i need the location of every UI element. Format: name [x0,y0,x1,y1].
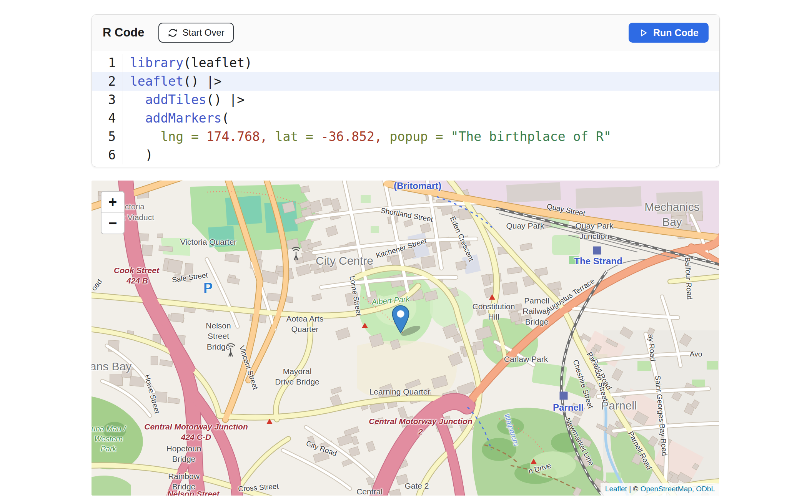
map-label: 2 [418,426,423,437]
map-label: City Road [305,439,338,459]
odbl-link[interactable]: ODbL [696,485,715,493]
map-label: Rainbow Bridge [168,471,200,492]
map-label: City Centre [316,253,373,268]
map-label: Vincent Street [237,345,260,391]
panel-title: R Code [103,26,145,40]
map-label: Lorne Street [347,275,363,316]
map-label: Nelson Street [167,489,219,496]
code-text: addMarkers( [123,109,229,128]
map-label: Hopetoun Bridge [166,443,201,464]
map-label: Falcon Street [589,358,610,403]
map-label: Quay Park Junction [575,220,613,242]
play-triangle-outline-icon [639,28,648,38]
map-label: ay Road [646,334,658,362]
peak-triangle-icon [531,459,537,464]
map-label: Parnell Road [626,430,654,472]
code-line[interactable]: 6 ) [92,146,719,164]
code-line[interactable]: 4 addMarkers( [92,109,719,128]
map-label: una Mau / Western Park [92,424,125,454]
line-number: 6 [92,146,123,164]
run-code-button[interactable]: Run Code [629,23,709,43]
zoom-in-button[interactable]: + [102,192,124,212]
panel-header: R Code Start Over Run Code [92,15,719,51]
code-text: library(leaflet) [123,54,252,72]
code-line[interactable]: 5 lng = 174.768, lat = -36.852, popup = … [92,128,719,146]
railway-station-icon [593,247,601,255]
map-label: Carlaw Park [504,354,548,364]
code-text: leaflet() |> [123,72,221,91]
map-label: Avo [690,350,702,359]
line-number: 3 [92,91,123,109]
map-label: Sale Street [171,270,209,285]
railway-station-icon [560,392,568,400]
map-label: The Strand [574,255,622,267]
code-text: lng = 174.768, lat = -36.852, popup = "T… [123,128,611,146]
map-label: oad [92,277,104,293]
peak-triangle-icon [362,323,368,328]
map-label: Aotea Arts Quarter [286,313,324,335]
code-line[interactable]: 3 addTiles() |> [92,91,719,109]
line-number: 4 [92,109,123,128]
code-line[interactable]: 2leaflet() |> [92,72,719,91]
map-label: Parnell Road [584,350,614,391]
map-label: Cook Street [114,265,159,275]
map-label: Cheshire Street [571,358,595,410]
map-label: Mayoral Drive Bridge [275,366,319,387]
code-editor[interactable]: 1library(leaflet)2leaflet() |>3 addTiles… [92,51,719,164]
attribution-separator: | © [627,485,641,493]
refresh-circular-arrows-icon [168,28,178,38]
map-label: Augustus Terrace [544,276,596,315]
map-label: k Viaduct [121,212,154,222]
map-label: Central Motorway Junction [369,416,473,426]
line-number: 5 [92,128,123,146]
parking-icon: P [203,280,213,296]
map-label: 424 B [126,275,148,286]
run-code-label: Run Code [653,27,699,38]
leaflet-map[interactable]: Waitematā(Britomart)Shortland StreetKitc… [92,181,719,496]
map-label: Saint Georges Bay Road [653,375,669,456]
zoom-out-button[interactable]: − [102,212,124,234]
map-label: Central Motorway Junction [144,421,248,432]
line-number: 2 [92,72,123,91]
map-label: Parnell [601,398,637,413]
map-label: Quay Street [546,202,586,219]
code-text: addTiles() |> [123,91,245,109]
start-over-label: Start Over [183,27,225,38]
map-label: Nelson Street Bridge [206,320,231,352]
map-label: ictoria [123,201,145,212]
map-label: Waiparuru [502,413,521,448]
map-label: Cross Street [238,482,279,494]
r-code-panel: R Code Start Over Run Code [92,14,720,167]
map-label: Mechanics Bay [644,199,699,229]
map-label: Howe Street [142,373,162,414]
map-label: Kitchener Street [375,236,428,260]
map-label: Central [356,486,383,496]
start-over-button[interactable]: Start Over [158,23,234,43]
zoom-control: + − [101,191,125,234]
map-label: Eden Crescent [448,215,476,263]
code-text: ) [123,146,153,164]
peak-triangle-icon [489,294,495,300]
map-label: Victoria Quarter [180,237,237,247]
map-label: Waitematā [394,181,440,181]
leaflet-link[interactable]: Leaflet [605,485,627,493]
map-label: Learning Quarter [369,386,431,397]
code-line[interactable]: 1library(leaflet) [92,54,719,72]
line-number: 1 [92,54,123,72]
map-label: Quay Park [506,220,544,231]
map-attribution: Leaflet | © OpenStreetMap, ODbL [601,483,719,496]
openstreetmap-link[interactable]: OpenStreetMap [641,485,692,493]
map-label: Gate 2 [404,481,429,491]
attribution-comma: , [692,485,696,493]
map-label: Balfour Road [682,257,694,300]
map-label: Constitution Hill [473,301,515,322]
map-label: Newmarket Line [563,416,596,468]
map-label: 424 C-D [181,432,211,442]
map-label: ans Bay [92,359,131,374]
map-labels-layer: Waitematā(Britomart)Shortland StreetKitc… [92,181,719,496]
peak-triangle-icon [266,419,273,424]
map-label: Parnell [553,401,584,413]
map-label: Parnell Railway Bridge [522,295,551,327]
map-label: Shortland Street [380,206,434,224]
map-marker-pin[interactable] [392,305,409,335]
